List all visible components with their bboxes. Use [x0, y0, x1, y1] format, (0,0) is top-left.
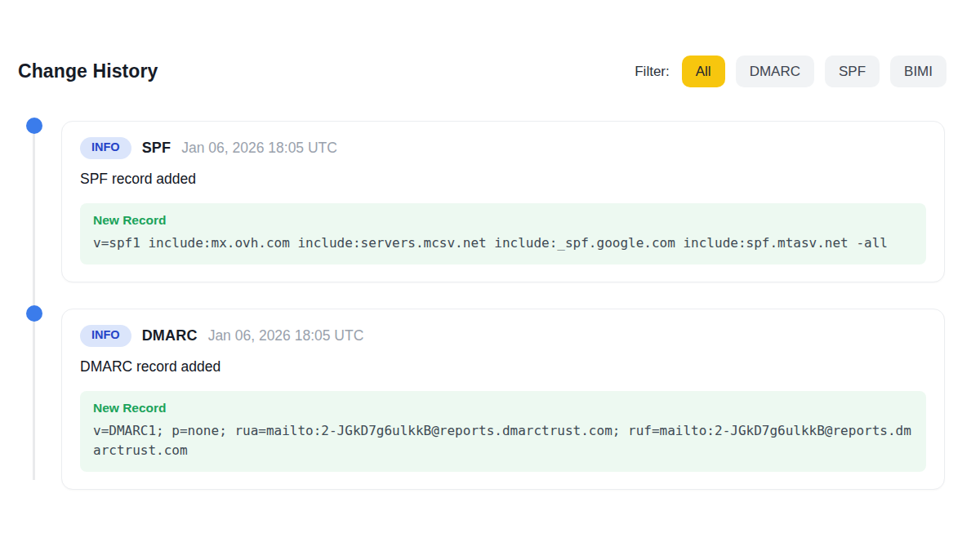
- timeline-dot-icon: [26, 118, 42, 134]
- timeline-dot-icon: [26, 305, 42, 322]
- filter-row: Filter: All DMARC SPF BIMI: [635, 56, 947, 87]
- event-type: SPF: [142, 140, 172, 157]
- record-value: v=DMARC1; p=none; rua=mailto:2-JGkD7g6ul…: [93, 421, 913, 460]
- record-label: New Record: [93, 213, 913, 228]
- info-badge: INFO: [80, 137, 131, 159]
- filter-chip-spf[interactable]: SPF: [825, 56, 880, 87]
- event-timestamp: Jan 06, 2026 18:05 UTC: [208, 327, 364, 344]
- new-record-block: New Record v=DMARC1; p=none; rua=mailto:…: [80, 391, 926, 472]
- info-badge: INFO: [80, 325, 131, 347]
- filter-chip-bimi[interactable]: BIMI: [890, 56, 947, 87]
- event-title: DMARC record added: [80, 358, 926, 375]
- filter-chip-dmarc[interactable]: DMARC: [736, 56, 814, 87]
- event-header: INFO SPF Jan 06, 2026 18:05 UTC: [80, 137, 926, 159]
- event-title: SPF record added: [80, 171, 926, 188]
- event-card-dmarc: INFO DMARC Jan 06, 2026 18:05 UTC DMARC …: [61, 309, 945, 490]
- event-type: DMARC: [142, 327, 198, 344]
- header: Change History Filter: All DMARC SPF BIM…: [18, 56, 947, 87]
- record-value: v=spf1 include:mx.ovh.com include:server…: [93, 233, 913, 253]
- event-card-spf: INFO SPF Jan 06, 2026 18:05 UTC SPF reco…: [61, 121, 945, 282]
- timeline-line: [33, 126, 35, 480]
- filter-chip-all[interactable]: All: [682, 56, 725, 87]
- record-label: New Record: [93, 401, 913, 415]
- event-timestamp: Jan 06, 2026 18:05 UTC: [181, 140, 337, 157]
- new-record-block: New Record v=spf1 include:mx.ovh.com inc…: [80, 203, 926, 264]
- page-title: Change History: [18, 60, 158, 82]
- event-header: INFO DMARC Jan 06, 2026 18:05 UTC: [80, 325, 926, 347]
- filter-label: Filter:: [635, 64, 670, 80]
